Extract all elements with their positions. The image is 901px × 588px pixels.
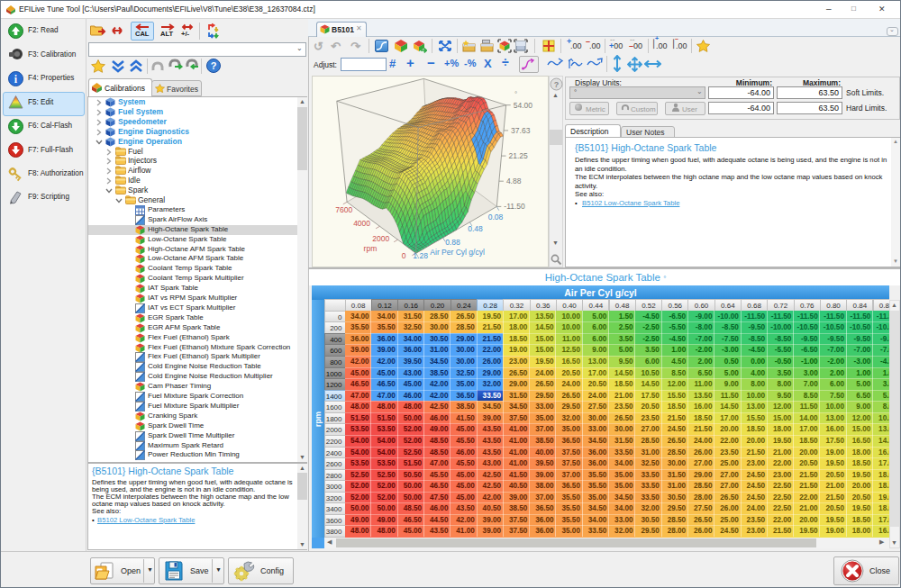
svg-text:-11.50: -11.50 [504, 202, 525, 211]
svg-text:4.88: 4.88 [506, 176, 522, 185]
svg-text:0.88: 0.88 [445, 238, 460, 247]
svg-text:Air Per Cyl g/cyl: Air Per Cyl g/cyl [430, 248, 485, 257]
svg-text:21.25: 21.25 [509, 151, 529, 160]
svg-text:0.48: 0.48 [468, 224, 483, 233]
svg-text:°: ° [514, 90, 517, 98]
svg-text:37.63: 37.63 [511, 126, 531, 135]
svg-text:4000: 4000 [353, 219, 370, 228]
svg-text:1.28: 1.28 [413, 251, 428, 260]
svg-text:rpm: rpm [364, 244, 378, 253]
svg-text:2000: 2000 [372, 234, 389, 243]
svg-text:?: ? [211, 60, 217, 71]
svg-text:7600: 7600 [335, 205, 352, 214]
svg-text:?: ? [554, 80, 560, 89]
svg-text:54.00: 54.00 [514, 101, 533, 110]
svg-text:0: 0 [402, 251, 406, 260]
svg-text:0.08: 0.08 [488, 213, 504, 222]
